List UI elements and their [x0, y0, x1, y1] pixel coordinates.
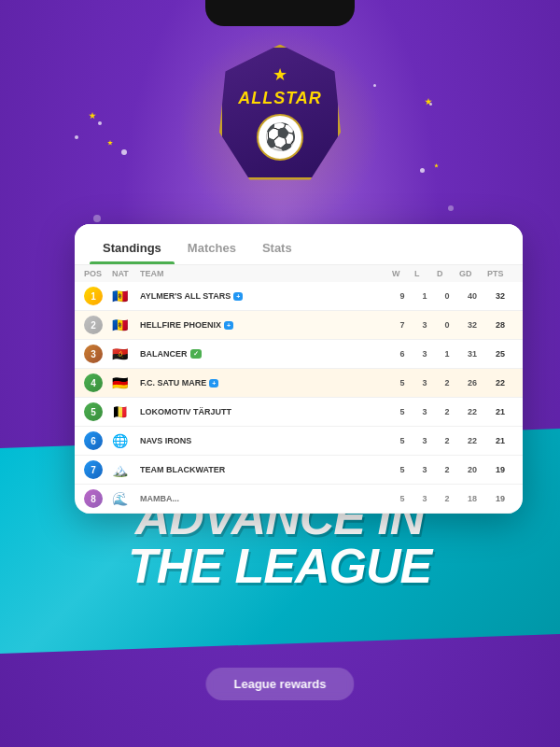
stat-w-5: 5: [392, 407, 413, 416]
stat-d-7: 2: [437, 465, 457, 474]
tab-stats[interactable]: Stats: [249, 235, 305, 264]
pos-badge-1: 1: [84, 287, 103, 305]
stat-w-4: 5: [392, 378, 413, 388]
stat-gd-2: 32: [459, 320, 485, 330]
pos-badge-8: 8: [84, 489, 103, 508]
team-name-8: MAMBA...: [140, 494, 390, 503]
header-team: TEAM: [140, 269, 390, 278]
stat-gd-3: 31: [459, 349, 485, 359]
pos-badge-2: 2: [84, 316, 103, 334]
stat-d-3: 1: [437, 349, 457, 359]
stat-w-2: 7: [392, 320, 413, 330]
table-row[interactable]: 6 🌐 NAVS IRONS 5 3 2 22 21: [75, 427, 523, 456]
header-pos: POS: [84, 269, 110, 278]
header-pts: PTS: [487, 269, 513, 278]
team-name-4: F.C. SATU MARE +: [140, 378, 390, 388]
stat-gd-6: 22: [459, 436, 485, 445]
sparkle-1: [98, 121, 102, 125]
flag-2: 🇲🇩: [112, 317, 138, 332]
badge-soccer-icon: ⚽: [257, 114, 303, 161]
league-rewards-button[interactable]: League rewards: [206, 668, 355, 700]
tab-standings[interactable]: Standings: [90, 235, 175, 264]
stat-gd-8: 18: [459, 494, 485, 503]
allstar-badge: ★ ALLSTAR ⚽: [210, 37, 350, 187]
stat-gd-4: 26: [459, 378, 485, 388]
badge-star-icon: ★: [273, 64, 287, 85]
stat-l-3: 3: [414, 349, 435, 359]
pos-badge-6: 6: [84, 431, 103, 450]
table-row[interactable]: 8 🌊 MAMBA... 5 3 2 18 19: [75, 485, 523, 514]
stat-d-1: 0: [437, 291, 457, 301]
stat-l-7: 3: [414, 465, 435, 474]
stat-pts-8: 19: [487, 494, 513, 503]
sparkle-4: [420, 168, 425, 173]
pos-badge-4: 4: [84, 374, 103, 392]
flag-6: 🌐: [112, 433, 138, 448]
tab-matches[interactable]: Matches: [175, 235, 249, 264]
stat-pts-4: 22: [487, 378, 513, 388]
badge-shape: ★ ALLSTAR ⚽: [219, 45, 341, 180]
sparkle-5: [75, 135, 78, 139]
stat-l-5: 3: [414, 407, 435, 416]
header-w: W: [392, 269, 413, 278]
header-d: D: [437, 269, 457, 278]
stat-w-6: 5: [392, 436, 413, 445]
stat-d-6: 2: [437, 436, 457, 445]
sparkle-6: [373, 84, 376, 87]
pos-badge-7: 7: [84, 460, 103, 479]
flag-3: 🇦🇴: [112, 346, 138, 361]
stat-w-3: 6: [392, 349, 413, 359]
sparkle-8: [448, 205, 454, 211]
stat-pts-1: 32: [487, 291, 513, 301]
header-nat: NAT: [112, 269, 138, 278]
table-row[interactable]: 2 🇲🇩 HELLFIRE PHOENIX + 7 3 0 32 28: [75, 311, 523, 340]
banner-line-2: THE LEAGUE: [128, 542, 431, 590]
table-row[interactable]: 7 🏔️ TEAM BLACKWATER 5 3 2 20 19: [75, 456, 523, 485]
header-l: L: [414, 269, 435, 278]
flag-4: 🇩🇪: [112, 375, 138, 390]
table-row[interactable]: 4 🇩🇪 F.C. SATU MARE + 5 3 2 26 22: [75, 369, 523, 398]
stat-pts-3: 25: [487, 349, 513, 359]
stat-d-4: 2: [437, 378, 457, 388]
tab-bar: Standings Matches Stats: [75, 224, 523, 265]
phone-notch: [205, 0, 355, 26]
sparkle-2: [121, 149, 127, 155]
table-row[interactable]: 1 🇲🇩 AYLMER'S ALL STARS + 9 1 0 40 32: [75, 282, 523, 311]
stat-pts-7: 19: [487, 465, 513, 474]
flag-8: 🌊: [112, 491, 138, 506]
team-name-2: HELLFIRE PHOENIX +: [140, 320, 390, 330]
table-header: POS NAT TEAM W L D GD PTS: [75, 265, 523, 282]
pos-badge-3: 3: [84, 345, 103, 363]
team-name-3: BALANCER ✓: [140, 349, 390, 359]
stat-w-7: 5: [392, 465, 413, 474]
stat-d-2: 0: [437, 320, 457, 330]
stat-d-8: 2: [437, 494, 457, 503]
stat-pts-6: 21: [487, 436, 513, 445]
sparkle-7: [93, 215, 101, 222]
stat-gd-7: 20: [459, 465, 485, 474]
stat-l-1: 1: [414, 291, 435, 301]
flag-1: 🇲🇩: [112, 289, 138, 303]
team-name-1: AYLMER'S ALL STARS +: [140, 291, 390, 301]
stat-d-5: 2: [437, 407, 457, 416]
team-name-5: LOKOMOTIV TÄRJUTT: [140, 407, 390, 416]
stat-l-6: 3: [414, 436, 435, 445]
standings-card: Standings Matches Stats POS NAT TEAM W L…: [75, 224, 523, 514]
stat-l-2: 3: [414, 320, 435, 330]
stat-l-8: 3: [414, 494, 435, 503]
badge-title: ALLSTAR: [238, 89, 322, 108]
stat-gd-5: 22: [459, 407, 485, 416]
table-row[interactable]: 5 🇧🇪 LOKOMOTIV TÄRJUTT 5 3 2 22 21: [75, 398, 523, 427]
stat-gd-1: 40: [459, 291, 485, 301]
flag-7: 🏔️: [112, 462, 138, 477]
header-gd: GD: [459, 269, 485, 278]
stat-l-4: 3: [414, 378, 435, 388]
stat-pts-2: 28: [487, 320, 513, 330]
stat-w-1: 9: [392, 291, 413, 301]
team-name-6: NAVS IRONS: [140, 436, 390, 445]
stat-pts-5: 21: [487, 407, 513, 416]
pos-badge-5: 5: [84, 402, 103, 421]
team-name-7: TEAM BLACKWATER: [140, 465, 390, 474]
flag-5: 🇧🇪: [112, 404, 138, 419]
table-row[interactable]: 3 🇦🇴 BALANCER ✓ 6 3 1 31 25: [75, 340, 523, 369]
